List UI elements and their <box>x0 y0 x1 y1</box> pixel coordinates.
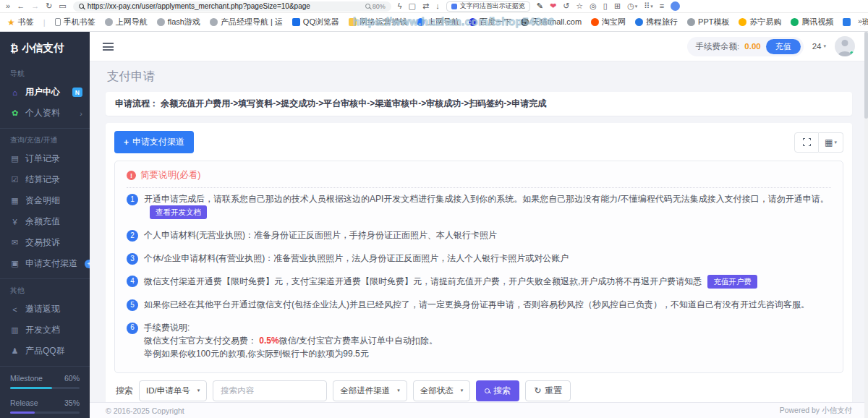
browser-toolbar: » ← → ↻ ▭ https://xx-pay.cn/user/applyme… <box>0 0 868 13</box>
folder-icon <box>349 18 357 26</box>
bookmark-item[interactable]: ★书签 <box>7 17 34 27</box>
recharge-button[interactable]: 充值 <box>766 39 801 54</box>
refresh-extension-icon[interactable]: ↺ <box>563 2 569 10</box>
bookmark-star-icon[interactable]: ☆ <box>576 2 583 10</box>
share-icon: < <box>10 305 20 314</box>
sidebar-group-query: 查询/充值/开通 ▤ 订单记录 ☑ 结算记录 ▦ 资金明细 ¥ 余额充值 <box>0 129 90 279</box>
recharge-account-fee-button[interactable]: 充值开户费 <box>707 275 757 289</box>
sidebar-item-order-records[interactable]: ▤ 订单记录 <box>0 148 90 169</box>
main-area: 手续费余额: 0.00 充值 24 ▾ 支付申请 申请流程： 余额充值开户费用-… <box>90 32 868 418</box>
reader-mode-icon[interactable]: ▢ <box>409 2 416 10</box>
forward-icon[interactable]: → <box>31 2 39 10</box>
extension-icon <box>451 4 457 9</box>
back-icon[interactable]: ← <box>17 2 25 10</box>
search-input[interactable] <box>213 380 327 401</box>
yen-icon: ¥ <box>10 218 20 226</box>
tabs-icon[interactable]: ⊞ <box>614 2 621 10</box>
extensions-menu[interactable]: ⠿▾ <box>644 2 653 10</box>
scrollbar[interactable] <box>864 32 868 418</box>
pen-extension-icon[interactable]: ✎ <box>537 2 543 10</box>
scrollbar-thumb[interactable] <box>864 32 868 119</box>
sidebar-item-fund-details[interactable]: ▦ 资金明细 <box>0 190 90 211</box>
search-field-select[interactable]: ID/申请单号 ▾ <box>139 380 207 401</box>
sidebar-item-user-center[interactable]: ⌂ 用户中心 N <box>0 82 90 103</box>
columns-button[interactable]: ▦ ▾ <box>819 132 843 153</box>
bookmark-item[interactable]: 百度一下 <box>469 17 511 27</box>
alert-icon: ! <box>127 171 136 180</box>
sidebar-group-title: 查询/充值/开通 <box>0 129 90 148</box>
bookmark-separator: | <box>43 18 46 27</box>
sidebar-item-label: 余额充值 <box>25 216 60 228</box>
bookmark-item[interactable]: 网络运营捞钱 <box>349 17 407 27</box>
downloads-icon[interactable]: ◎ <box>590 2 597 10</box>
notice-item-3: 3 个体/企业申请材料(有营业执照)：准备营业执照照片，法人身份证正反面照片，法… <box>127 247 831 270</box>
app-logo-text: 小信支付 <box>22 41 64 55</box>
notice-text: 个人申请材料(无营业执照)：准备身份证正反面照片，手持身份证正面照片、本人银行卡… <box>144 229 497 242</box>
bookmark-item[interactable]: flash游戏 <box>157 17 200 27</box>
bookmarks-overflow-icon[interactable]: » <box>854 17 862 25</box>
search-button[interactable]: 搜索 <box>476 380 519 401</box>
extension-pill[interactable]: 文字问法首出示证据览 <box>446 1 530 12</box>
channel-select[interactable]: 全部进件渠道 ▾ <box>333 380 407 401</box>
overflow-chevrons-icon[interactable]: » <box>6 2 10 10</box>
bookmark-item[interactable]: 腾讯视频 <box>791 17 833 27</box>
home-icon[interactable]: ▭ <box>59 2 66 10</box>
bookmark-item[interactable]: 上网导航 <box>105 17 148 27</box>
sidebar-item-label: 邀请返现 <box>25 303 60 315</box>
caret-down-icon: ▾ <box>823 43 826 49</box>
ppt-favicon <box>687 18 695 26</box>
sidebar-group-other: 其他 < 邀请返现 ▥ 开发文档 ♟ 产品QQ群 <box>0 279 90 367</box>
bookmark-label: 苏宁易购 <box>749 17 781 27</box>
bookmark-item[interactable]: 苏宁易购 <box>739 17 781 27</box>
bookmark-item[interactable]: 携程旅行 <box>635 17 678 27</box>
status-select[interactable]: 全部状态 ▾ <box>413 380 471 401</box>
yunbanke-favicon <box>843 18 851 26</box>
select-value: ID/申请单号 <box>146 385 190 396</box>
avatar[interactable] <box>835 36 855 56</box>
sidebar-item-apply-payment-channel[interactable]: ▣ 申请支付渠道 + <box>0 253 90 274</box>
sidebar-toggle-icon[interactable] <box>103 43 114 51</box>
bookmark-item[interactable]: 天猫tmall.com <box>521 17 582 27</box>
sidebar-item-qq-group[interactable]: ♟ 产品QQ群 <box>0 341 90 362</box>
phone-sync-icon[interactable]: ▯ <box>603 2 608 10</box>
zoom-indicator[interactable]: 80% <box>365 3 386 10</box>
bookmark-item[interactable]: QQ浏览器 <box>292 17 339 27</box>
progress-bar <box>10 387 80 389</box>
url-bar[interactable]: https://xx-pay.cn/user/applyments_mercha… <box>73 1 391 12</box>
browser-profile-avatar[interactable] <box>671 1 680 11</box>
search-label: 搜索 <box>116 385 133 397</box>
notice-item-5: 5 如果你已经在其他平台开通过微信支付(包括企业法人)并且已经风控了，请一定更换… <box>127 294 831 316</box>
app-logo[interactable]: ₿ 小信支付 <box>0 32 90 62</box>
globe-favicon <box>210 18 218 26</box>
download-icon[interactable]: ↓ <box>435 2 440 10</box>
bookmark-item[interactable]: 上网导航 <box>417 17 459 27</box>
reset-button-label: 重置 <box>545 385 562 397</box>
bookmark-item[interactable]: PPT模板 <box>687 17 729 27</box>
sidebar-item-settlement-records[interactable]: ☑ 结算记录 <box>0 169 90 190</box>
notice-text: 如果你已经在其他平台开通过微信支付(包括企业法人)并且已经风控了，请一定更换身份… <box>144 299 809 311</box>
sidebar-item-transaction-complaints[interactable]: ✉ 交易投诉 <box>0 232 90 253</box>
bookmark-item[interactable]: 产品经理导航 | 运 <box>210 17 283 27</box>
reset-button[interactable]: ↻ 重置 <box>525 380 571 401</box>
sidebar-item-dev-docs[interactable]: ▥ 开发文档 <box>0 320 90 341</box>
bookmark-item[interactable]: 手机书签 <box>55 17 95 27</box>
fee-rate-highlight: 0.5% <box>259 336 278 346</box>
sidebar-item-label: 交易投诉 <box>25 236 60 249</box>
apply-payment-channel-button[interactable]: + 申请支付渠道 <box>114 131 194 153</box>
search-icon <box>485 388 490 393</box>
bookmark-item[interactable]: 淘宝网 <box>591 17 626 27</box>
globe-favicon <box>157 18 165 26</box>
user-menu[interactable]: 24 ▾ <box>812 42 826 51</box>
heart-extension-icon[interactable]: ❤ <box>550 2 556 10</box>
view-dev-docs-button[interactable]: 查看开发文档 <box>150 205 207 219</box>
page-content: 支付申请 申请流程： 余额充值开户费用->填写资料->提交成功->平台审核中->… <box>90 61 868 402</box>
reload-icon[interactable]: ↻ <box>46 2 52 10</box>
sidebar-item-invite-cashback[interactable]: < 邀请返现 <box>0 299 90 320</box>
fullscreen-button[interactable] <box>794 132 819 153</box>
sidebar-item-profile[interactable]: ✿ 个人资料 › <box>0 103 90 124</box>
lightning-icon[interactable]: ϟ <box>398 2 402 10</box>
history-menu[interactable]: ◷▾ <box>627 2 637 10</box>
sidebar-item-balance-recharge[interactable]: ¥ 余额充值 <box>0 211 90 232</box>
browser-menu-icon[interactable]: ≡ <box>660 2 664 10</box>
translate-icon[interactable]: ⇄ <box>422 2 429 10</box>
